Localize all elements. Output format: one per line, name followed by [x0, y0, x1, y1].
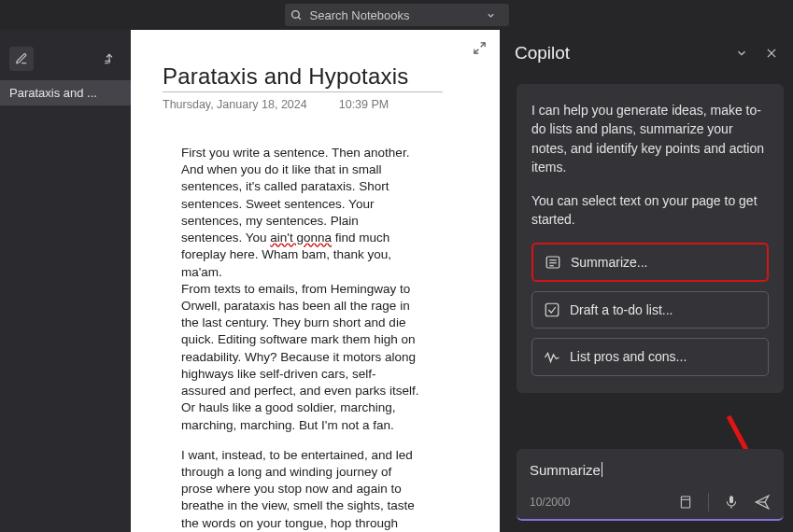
new-page-button[interactable]	[9, 47, 34, 71]
checkbox-icon	[544, 301, 560, 318]
expand-icon	[473, 41, 487, 55]
note-paragraph: I want, instead, to be entertained, and …	[181, 447, 419, 532]
sidebar-item-label: Parataxis and ...	[9, 86, 97, 100]
copilot-hint: You can select text on your page to get …	[531, 191, 769, 230]
chevron-down-icon[interactable]	[486, 10, 496, 21]
copilot-card: I can help you generate ideas, make to-d…	[517, 84, 784, 393]
copilot-title: Copilot	[515, 43, 570, 63]
search-icon	[290, 9, 303, 21]
svg-rect-12	[545, 303, 559, 316]
svg-point-0	[291, 10, 299, 18]
option-label: Draft a to-do list...	[570, 301, 673, 319]
page-sidebar: Parataxis and ...	[0, 30, 131, 532]
note-meta: Thursday, January 18, 2024 10:39 PM	[163, 92, 475, 128]
copilot-panel: Copilot I can help you generate ideas, m…	[500, 30, 793, 532]
copilot-input-text: Summarize	[530, 462, 601, 478]
note-canvas[interactable]: Parataxis and Hypotaxis Thursday, Januar…	[131, 30, 500, 532]
svg-line-4	[481, 43, 485, 47]
app-topbar: Search Notebooks	[0, 0, 793, 30]
text-caret	[602, 462, 602, 477]
svg-rect-15	[681, 497, 689, 508]
chevron-down-icon[interactable]	[735, 47, 748, 60]
copilot-option-todo[interactable]: Draft a to-do list...	[531, 291, 769, 329]
fullscreen-button[interactable]	[473, 41, 487, 58]
send-icon[interactable]	[754, 494, 771, 511]
edit-icon	[15, 52, 28, 65]
divider	[708, 493, 709, 511]
note-date: Thursday, January 18, 2024	[163, 98, 307, 111]
char-count: 10/2000	[530, 496, 570, 509]
copilot-option-summarize[interactable]: Summarize...	[531, 243, 769, 282]
option-label: Summarize...	[571, 253, 647, 272]
option-label: List pros and cons...	[570, 347, 687, 366]
svg-line-5	[474, 49, 478, 53]
mic-icon[interactable]	[724, 495, 739, 510]
copilot-input-box[interactable]: Summarize 10/2000	[517, 449, 784, 521]
note-time: 10:39 PM	[339, 98, 389, 111]
search-placeholder: Search Notebooks	[310, 8, 410, 22]
note-title[interactable]: Parataxis and Hypotaxis	[163, 63, 443, 92]
copilot-input-row[interactable]: Summarize	[530, 462, 771, 478]
notebook-icon[interactable]	[678, 495, 693, 510]
note-paragraph: First you write a sentence. Then another…	[181, 145, 419, 434]
copilot-header: Copilot	[500, 30, 793, 77]
spell-error[interactable]: ain't gonna	[270, 231, 332, 245]
svg-line-1	[298, 17, 301, 20]
sidebar-page-item[interactable]: Parataxis and ...	[0, 80, 131, 105]
sort-button[interactable]	[97, 47, 121, 71]
waveform-icon	[544, 349, 560, 366]
copilot-option-proscons[interactable]: List pros and cons...	[531, 338, 769, 375]
sort-icon	[103, 52, 116, 65]
search-box[interactable]: Search Notebooks	[285, 4, 509, 26]
note-body[interactable]: First you write a sentence. Then another…	[163, 128, 419, 532]
close-icon[interactable]	[765, 47, 778, 60]
copilot-intro: I can help you generate ideas, make to-d…	[531, 101, 769, 176]
list-icon	[545, 254, 561, 271]
